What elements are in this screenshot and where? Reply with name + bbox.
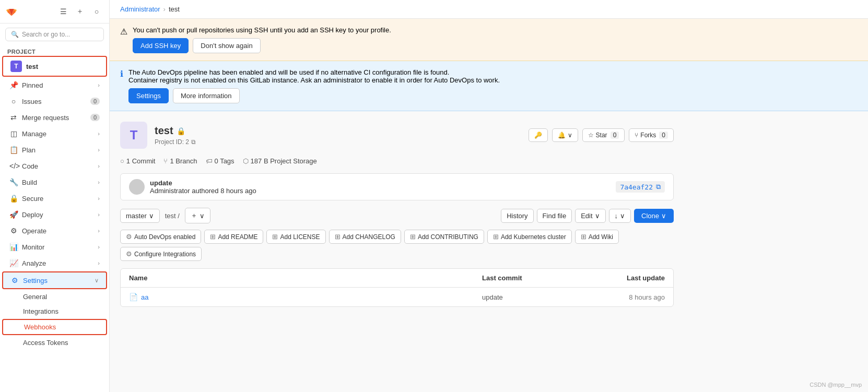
add-wiki-button[interactable]: ⊞ Add Wiki bbox=[575, 230, 619, 244]
breadcrumb-separator: › bbox=[163, 5, 166, 13]
add-path-button[interactable]: ＋ ∨ bbox=[185, 208, 210, 223]
sidebar-item-plan[interactable]: 📋 Plan › bbox=[2, 142, 107, 158]
sidebar-item-pinned[interactable]: 📌 Pinned › bbox=[2, 77, 107, 93]
warning-message: You can't push or pull repositories usin… bbox=[133, 26, 391, 34]
add-kubernetes-button[interactable]: ⊞ Add Kubernetes cluster bbox=[487, 230, 572, 244]
repo-header: T test 🔒 Project ID: 2 ⧉ 🔑 🔔 ∨ bbox=[120, 122, 674, 149]
chevron-down-icon: ∨ bbox=[149, 212, 154, 220]
manage-icon: ◫ bbox=[9, 129, 18, 138]
branch-left: master ∨ test / ＋ ∨ bbox=[120, 208, 210, 223]
sidebar-subitem-webhooks[interactable]: Webhooks bbox=[2, 319, 107, 335]
sidebar-item-monitor[interactable]: 📊 Monitor › bbox=[2, 239, 107, 255]
file-last-commit: update bbox=[482, 293, 587, 301]
chevron-icon: › bbox=[98, 195, 100, 201]
sidebar-item-deploy[interactable]: 🚀 Deploy › bbox=[2, 207, 107, 222]
repo-avatar: T bbox=[120, 122, 147, 149]
branch-name: master bbox=[126, 212, 147, 220]
col-name: Name bbox=[129, 274, 482, 282]
sidebar-item-secure[interactable]: 🔒 Secure › bbox=[2, 191, 107, 206]
copy-id-icon[interactable]: ⧉ bbox=[191, 138, 196, 146]
btn-label: Add Kubernetes cluster bbox=[501, 233, 566, 241]
info-icon: ℹ bbox=[120, 69, 123, 79]
main-content: Administrator › test ⚠ You can't push or… bbox=[110, 0, 868, 392]
forks-button[interactable]: ⑂ Forks 0 bbox=[629, 128, 674, 142]
star-button[interactable]: ☆ Star 0 bbox=[582, 128, 625, 142]
sidebar-item-label: Plan bbox=[22, 146, 36, 154]
branches-stat[interactable]: ⑂ 1 Branch bbox=[163, 157, 197, 165]
private-icon: 🔒 bbox=[177, 127, 185, 135]
sidebar-item-settings[interactable]: ⚙ Settings ∨ bbox=[2, 271, 107, 289]
issues-badge: 0 bbox=[90, 98, 100, 105]
sidebar-item-label: Merge requests bbox=[22, 114, 69, 122]
commit-icon: ○ bbox=[120, 157, 124, 165]
sidebar-collapse-btn[interactable]: ☰ bbox=[56, 4, 71, 19]
repo-stats: ○ 1 Commit ⑂ 1 Branch 🏷 0 Tags ⬡ 187 B P… bbox=[120, 157, 674, 165]
col-last-update: Last update bbox=[587, 274, 665, 282]
sidebar-project-item[interactable]: T test bbox=[2, 56, 107, 77]
repo-actions: 🔑 🔔 ∨ ☆ Star 0 ⑂ Forks 0 bbox=[529, 128, 674, 142]
sidebar-item-manage[interactable]: ◫ Manage › bbox=[2, 126, 107, 141]
plus-box-icon: ⊞ bbox=[210, 233, 216, 241]
plus-box-icon: ⊞ bbox=[410, 233, 416, 241]
sidebar-item-merge-requests[interactable]: ⇄ Merge requests 0 bbox=[2, 110, 107, 125]
chevron-icon: › bbox=[98, 82, 100, 88]
find-file-button[interactable]: Find file bbox=[537, 209, 572, 223]
dont-show-again-button[interactable]: Don't show again bbox=[193, 38, 260, 53]
commit-hash[interactable]: 7a4eaf22 ⧉ bbox=[616, 181, 665, 193]
branch-icon: ⑂ bbox=[163, 157, 168, 165]
commits-stat[interactable]: ○ 1 Commit bbox=[120, 157, 155, 165]
btn-label: Configure Integrations bbox=[134, 251, 196, 258]
commit-details: update Administrator authored 8 hours ag… bbox=[150, 179, 256, 195]
tags-label: 0 Tags bbox=[215, 157, 234, 165]
notification-button[interactable]: 🔔 ∨ bbox=[552, 128, 578, 142]
configure-integrations-button[interactable]: ⚙ Configure Integrations bbox=[120, 247, 202, 261]
clone-button[interactable]: Clone ∨ bbox=[634, 209, 674, 223]
sidebar-subitem-general[interactable]: General bbox=[2, 290, 107, 304]
storage-icon: ⬡ bbox=[243, 157, 249, 165]
search-box[interactable]: 🔍 Search or go to... bbox=[5, 28, 104, 41]
sidebar-item-issues[interactable]: ○ Issues 0 bbox=[2, 93, 107, 109]
file-name-cell[interactable]: 📄 aa bbox=[129, 293, 482, 301]
add-changelog-button[interactable]: ⊞ Add CHANGELOG bbox=[329, 230, 401, 244]
sidebar-new-btn[interactable]: ＋ bbox=[73, 4, 87, 19]
warning-banner: ⚠ You can't push or pull repositories us… bbox=[110, 19, 868, 61]
code-icon: </> bbox=[9, 162, 18, 170]
operate-icon: ⚙ bbox=[9, 227, 18, 235]
key-button[interactable]: 🔑 bbox=[529, 128, 548, 142]
download-button[interactable]: ↓ ∨ bbox=[609, 209, 631, 223]
breadcrumb-parent[interactable]: Administrator bbox=[120, 5, 160, 13]
merge-badge: 0 bbox=[90, 114, 100, 121]
sidebar-item-build[interactable]: 🔧 Build › bbox=[2, 174, 107, 190]
more-information-button[interactable]: More information bbox=[173, 88, 240, 103]
sidebar-activity-btn[interactable]: ○ bbox=[89, 4, 104, 19]
sidebar-subitem-integrations[interactable]: Integrations bbox=[2, 304, 107, 318]
chevron-icon: › bbox=[98, 130, 100, 137]
gear-icon: ⚙ bbox=[126, 233, 132, 241]
info-content: The Auto DevOps pipeline has been enable… bbox=[128, 68, 858, 103]
add-ssh-key-button[interactable]: Add SSH key bbox=[133, 38, 189, 53]
tags-stat[interactable]: 🏷 0 Tags bbox=[206, 157, 234, 165]
history-button[interactable]: History bbox=[501, 209, 533, 223]
chevron-icon: › bbox=[98, 211, 100, 218]
commits-label: 1 Commit bbox=[126, 157, 156, 165]
btn-label: Auto DevOps enabled bbox=[134, 233, 195, 241]
sidebar-item-operate[interactable]: ⚙ Operate › bbox=[2, 223, 107, 239]
sidebar-item-code[interactable]: </> Code › bbox=[2, 158, 107, 174]
add-license-button[interactable]: ⊞ Add LICENSE bbox=[266, 230, 325, 244]
issues-icon: ○ bbox=[9, 97, 18, 105]
auto-devops-button[interactable]: ⚙ Auto DevOps enabled bbox=[120, 230, 201, 244]
sidebar-subitem-access-tokens[interactable]: Access Tokens bbox=[2, 336, 107, 350]
settings-button[interactable]: Settings bbox=[128, 88, 169, 103]
edit-button[interactable]: Edit ∨ bbox=[575, 209, 605, 223]
add-contributing-button[interactable]: ⊞ Add CONTRIBUTING bbox=[404, 230, 484, 244]
file-icon: 📄 bbox=[129, 293, 138, 301]
pin-icon: 📌 bbox=[9, 81, 18, 89]
branch-toolbar: master ∨ test / ＋ ∨ History Find file Ed… bbox=[120, 208, 674, 223]
copy-hash-icon[interactable]: ⧉ bbox=[656, 183, 661, 191]
commit-info: update Administrator authored 8 hours ag… bbox=[129, 179, 256, 195]
commit-message: update bbox=[150, 179, 256, 187]
branch-selector[interactable]: master ∨ bbox=[120, 209, 160, 223]
sidebar-item-analyze[interactable]: 📈 Analyze › bbox=[2, 255, 107, 271]
add-readme-button[interactable]: ⊞ Add README bbox=[204, 230, 263, 244]
secure-icon: 🔒 bbox=[9, 194, 18, 203]
